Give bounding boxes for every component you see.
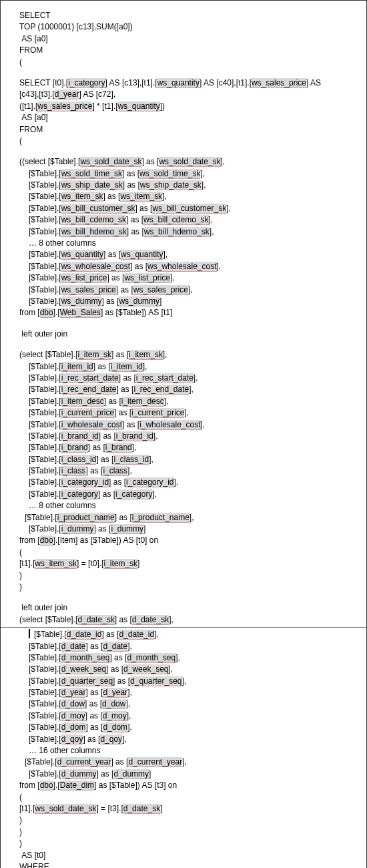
line: FROM	[19, 45, 360, 56]
line: from [dbo].[Date_dim] as [$Table]) AS [t…	[19, 780, 360, 791]
column-line: [$Table].[d_dummy] as [d_dummy]	[19, 769, 360, 780]
line: (	[19, 136, 360, 147]
line: )	[19, 570, 360, 582]
column-line: [$Table].[d_month_seq] as [d_month_seq],	[19, 652, 360, 664]
line: from [dbo].[Item] as [$Table]) AS [t0] o…	[19, 535, 360, 546]
line: … 8 other columns	[19, 500, 360, 511]
line: )	[19, 838, 360, 849]
column-line: [$Table].[ws_bill_cdemo_sk] as [ws_bill_…	[19, 214, 360, 226]
column-line: [$Table].[i_rec_start_date] as [i_rec_st…	[19, 373, 360, 384]
line: [t1].[ws_sold_date_sk] = [t3].[d_date_sk…	[19, 803, 360, 815]
column-line: [$Table].[d_date_id] as [d_date_id],	[19, 629, 360, 640]
column-line: [$Table].[i_product_name] as [i_product_…	[19, 512, 360, 523]
column-line: [$Table].[i_class_id] as [i_class_id],	[19, 454, 360, 465]
column-line: [$Table].[i_wholesale_cost] as [i_wholes…	[19, 419, 360, 431]
sql-document: SELECTTOP (1000001) [c13],SUM([a0]) AS […	[0, 0, 367, 868]
line: AS [t0]	[19, 850, 360, 861]
line: (select [$Table].[d_date_sk] as [d_date_…	[19, 614, 360, 626]
column-line: [$Table].[i_current_price] as [i_current…	[19, 407, 360, 419]
line: AS [a0]	[19, 112, 360, 124]
column-line: [$Table].[d_year] as [d_year],	[19, 687, 360, 698]
line: WHERE	[19, 861, 360, 868]
column-line: [$Table].[i_brand_id] as [i_brand_id],	[19, 431, 360, 442]
line: … 8 other columns	[19, 238, 360, 249]
column-line: [$Table].[i_class] as [i_class],	[19, 465, 360, 477]
column-line: [$Table].[i_dummy] as [i_dummy]	[19, 523, 360, 535]
line: SELECT [t0].[i_category] AS [c13],[t1].[…	[19, 77, 360, 89]
column-line: [$Table].[ws_list_price] as [ws_list_pri…	[19, 272, 360, 284]
line: )	[19, 582, 360, 593]
line: [t1].[ws_item_sk] = [t0].[i_item_sk]	[19, 558, 360, 570]
line: (	[19, 792, 360, 803]
column-line: [$Table].[ws_quantity] as [ws_quantity],	[19, 249, 360, 260]
line: AS [a0]	[19, 33, 360, 45]
column-line: [$Table].[ws_bill_customer_sk] as [ws_bi…	[19, 203, 360, 214]
column-line: [$Table].[i_item_desc] as [i_item_desc],	[19, 396, 360, 407]
line: (	[19, 547, 360, 558]
cursor-bar	[29, 629, 30, 638]
column-line: [$Table].[d_date] as [d_date],	[19, 641, 360, 652]
column-line: [$Table].[d_quarter_seq] as [d_quarter_s…	[19, 676, 360, 687]
column-line: [$Table].[i_brand] as [i_brand],	[19, 442, 360, 453]
line: [c43],[t3].[d_year] AS [c72],	[19, 89, 360, 100]
column-line: [$Table].[ws_sold_time_sk] as [ws_sold_t…	[19, 168, 360, 180]
column-line: [$Table].[ws_item_sk] as [ws_item_sk],	[19, 191, 360, 202]
line: from [dbo].[Web_Sales] as [$Table]) AS […	[19, 307, 360, 318]
column-line: [$Table].[i_category] as [i_category],	[19, 489, 360, 500]
column-line: [$Table].[d_week_seq] as [d_week_seq],	[19, 664, 360, 675]
left-outer-join: left outer join	[19, 329, 360, 340]
column-line: [$Table].[ws_dummy] as [ws_dummy]	[19, 296, 360, 307]
code-block: SELECTTOP (1000001) [c13],SUM([a0]) AS […	[1, 10, 366, 626]
line: TOP (1000001) [c13],SUM([a0])	[19, 21, 360, 33]
column-line: [$Table].[ws_bill_hdemo_sk] as [ws_bill_…	[19, 226, 360, 238]
line: … 16 other columns	[19, 745, 360, 756]
column-line: [$Table].[ws_ship_date_sk] as [ws_ship_d…	[19, 180, 360, 191]
line: ((select [$Table].[ws_sold_date_sk] as […	[19, 156, 360, 168]
column-line: [$Table].[ws_sales_price] as [ws_sales_p…	[19, 284, 360, 296]
line: (	[19, 57, 360, 68]
column-line: [$Table].[ws_wholesale_cost] as [ws_whol…	[19, 261, 360, 272]
line: ([t1].[ws_sales_price] * [t1].[ws_quanti…	[19, 101, 360, 112]
line: SELECT	[19, 10, 360, 21]
column-line: [$Table].[d_moy] as [d_moy],	[19, 710, 360, 722]
column-line: [$Table].[d_dom] as [d_dom],	[19, 722, 360, 733]
column-line: [$Table].[i_item_id] as [i_item_id],	[19, 361, 360, 373]
line: FROM	[19, 124, 360, 136]
column-line: [$Table].[i_rec_end_date] as [i_rec_end_…	[19, 384, 360, 395]
column-line: [$Table].[i_category_id] as [i_category_…	[19, 477, 360, 488]
page-divider	[1, 627, 366, 628]
left-outer-join: left outer join	[19, 602, 360, 614]
column-line: [$Table].[d_qoy] as [d_qoy],	[19, 734, 360, 745]
line: (select [$Table].[i_item_sk] as [i_item_…	[19, 349, 360, 361]
line: )	[19, 827, 360, 838]
column-line: [$Table].[d_current_year] as [d_current_…	[19, 756, 360, 768]
code-block-2: [$Table].[d_date_id] as [d_date_id],[$Ta…	[1, 629, 366, 868]
line: )	[19, 815, 360, 826]
column-line: [$Table].[d_dow] as [d_dow],	[19, 698, 360, 710]
